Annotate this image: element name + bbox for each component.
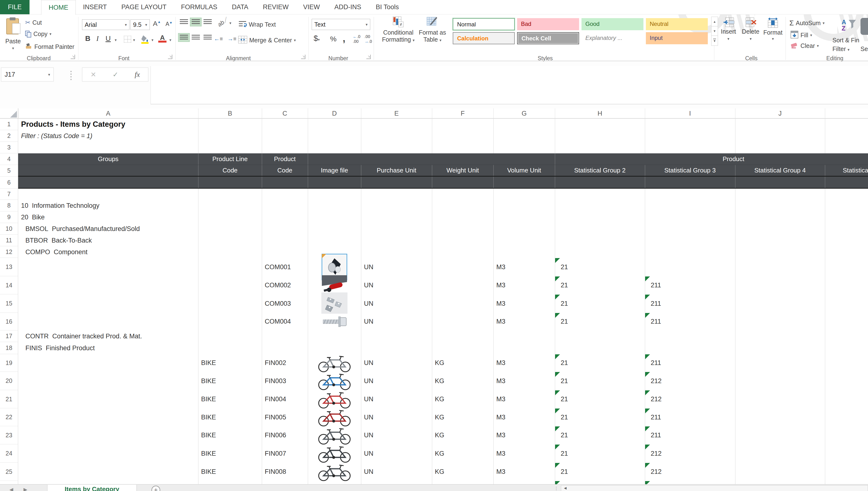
grid-cell-G25[interactable]: M3 [494,463,555,481]
column-header-F[interactable]: F [432,108,494,118]
select-all-button[interactable] [10,111,17,118]
grid-cell-I5[interactable]: Statistical Group 3 [645,165,735,176]
delete-cells-button[interactable]: Delete ▾ [740,18,761,57]
grid-cell-G13[interactable]: M3 [494,258,555,276]
grid-cell-A11[interactable]: BTBOR Back-To-Back [18,235,198,246]
grid-cell-C5[interactable]: Code [262,165,308,176]
number-dialog-launcher[interactable]: ↘ [366,55,371,59]
grid-cell-C20[interactable]: FIN003 [262,372,308,390]
grid-cell-E16[interactable]: UN [361,313,432,330]
grid-cell-I20[interactable]: 212 [645,372,735,390]
grid-cell-F24[interactable]: KG [432,444,494,463]
increase-decimal-icon[interactable]: ←.0.00 [353,34,360,44]
grid-cell-I24[interactable]: 212 [645,444,735,463]
row-header-6[interactable]: 6 [0,177,18,189]
orientation-button[interactable]: ab⟋ [216,17,229,28]
row-header-3[interactable]: 3 [0,142,18,153]
grid-cell-C23[interactable]: FIN006 [262,426,308,444]
grid-cell-B19[interactable]: BIKE [198,354,262,372]
grid-cell-I21[interactable]: 212 [645,390,735,408]
format-cells-button[interactable]: Format ▾ [762,18,784,57]
format-painter-button[interactable]: Format Painter [25,42,74,51]
clear-button[interactable]: Clear ▾ [790,41,819,50]
percent-style-button[interactable]: % [330,35,337,43]
tab-page-layout[interactable]: PAGE LAYOUT [114,0,174,14]
decrease-decimal-icon[interactable]: .00→.0 [364,34,372,44]
prev-sheet-icon[interactable]: ◄ [8,486,15,491]
tab-review[interactable]: REVIEW [255,0,296,14]
tab-view[interactable]: VIEW [296,0,327,14]
conditional-formatting-button[interactable]: ≠ Conditional Formatting ▾ [381,17,415,58]
row-header-22[interactable]: 22 [0,408,18,426]
top-align-button[interactable] [178,18,190,26]
row-header-18[interactable]: 18 [0,342,18,354]
grid-cell-E25[interactable]: UN [361,463,432,481]
comma-style-button[interactable]: , [343,33,345,44]
grid-cell-C25[interactable]: FIN008 [262,463,308,481]
grid-cell-H15[interactable]: 21 [555,294,645,313]
grid-cell-F20[interactable]: KG [432,372,494,390]
grid-cell-A2[interactable]: Filter : (Status Code = 1) [18,130,198,142]
formula-bar-splitter[interactable] [71,71,72,80]
align-right-button[interactable] [202,33,213,41]
grid-cell-B4[interactable]: Product Line [198,153,262,165]
borders-icon[interactable] [124,36,131,42]
grid-cell-E14[interactable]: UN [361,276,432,294]
grid-cell-B24[interactable]: BIKE [198,444,262,463]
grid-cell-C15[interactable]: COM003 [262,294,308,313]
column-header-E[interactable]: E [361,108,432,118]
tab-data[interactable]: DATA [225,0,255,14]
font-name-select[interactable]: Arial▾ [82,19,130,30]
grid-cell-H16[interactable]: 21 [555,313,645,330]
grid-cell-H23[interactable]: 21 [555,426,645,444]
row-header-13[interactable]: 13 [0,258,18,276]
tab-add-ins[interactable]: ADD-INS [327,0,368,14]
grid-cell-B25[interactable]: BIKE [198,463,262,481]
cell-style-calculation[interactable]: Calculation [453,32,515,44]
product-image[interactable] [308,408,361,426]
gallery-scroll-up-button[interactable]: ▲ [711,17,718,26]
italic-button[interactable]: I [96,34,99,42]
grid-cell-E5[interactable]: Purchase Unit [361,165,432,176]
gallery-scroll-down-button[interactable]: ▼ [711,26,718,36]
tab-home[interactable]: HOME [41,0,76,15]
grid-cell-G20[interactable]: M3 [494,372,555,390]
grid-cell-C24[interactable]: FIN007 [262,444,308,463]
formula-input[interactable] [150,66,868,104]
cell-style-normal[interactable]: Normal [453,18,515,30]
grid-cell-G5[interactable]: Volume Unit [494,165,555,176]
product-image[interactable] [308,276,361,294]
grid-cell-H4[interactable]: Product [555,153,868,165]
increase-indent-icon[interactable]: →≡ [227,35,236,42]
column-header-A[interactable]: A [18,108,198,118]
chevron-down-icon[interactable]: ▾ [229,21,231,25]
grid-cell-F23[interactable]: KG [432,426,494,444]
grid-cell-H14[interactable]: 21 [555,276,645,294]
copy-button[interactable]: Copy ▾ [25,30,51,37]
product-image[interactable] [308,444,361,463]
row-header-17[interactable]: 17 [0,330,18,342]
column-header-I[interactable]: I [645,108,735,118]
grid-cell-H24[interactable]: 21 [555,444,645,463]
grid-cell-J5[interactable]: Statistical Group 4 [735,165,825,176]
cell-style-check-cell[interactable]: Check Cell [517,32,579,44]
horizontal-scrollbar[interactable]: ◄ [561,485,868,491]
grid-cell-A9[interactable]: 20 Bike [18,211,198,223]
row-header-24[interactable]: 24 [0,444,18,463]
grid-cell-B21[interactable]: BIKE [198,390,262,408]
grid-cell-A4[interactable]: Groups [18,153,198,165]
accounting-format-button[interactable]: $▾ [314,34,320,43]
grid-cell-H25[interactable]: 21 [555,463,645,481]
grid-cell-F19[interactable]: KG [432,354,494,372]
column-header-D[interactable]: D [308,108,361,118]
fill-button[interactable]: Fill ▾ [790,30,812,40]
cancel-icon[interactable]: ✕ [90,70,96,79]
grid-cell-A17[interactable]: CONTR Container tracked Prod. & Mat. [18,330,198,342]
grid-cell-B20[interactable]: BIKE [198,372,262,390]
grid-cell-C4[interactable]: Product [262,153,308,165]
grid-cell-C16[interactable]: COM004 [262,313,308,330]
merge-center-button[interactable]: Merge & Center ▾ [238,36,296,45]
row-header-25[interactable]: 25 [0,463,18,481]
row-header-23[interactable]: 23 [0,426,18,444]
product-image[interactable] [308,294,361,313]
